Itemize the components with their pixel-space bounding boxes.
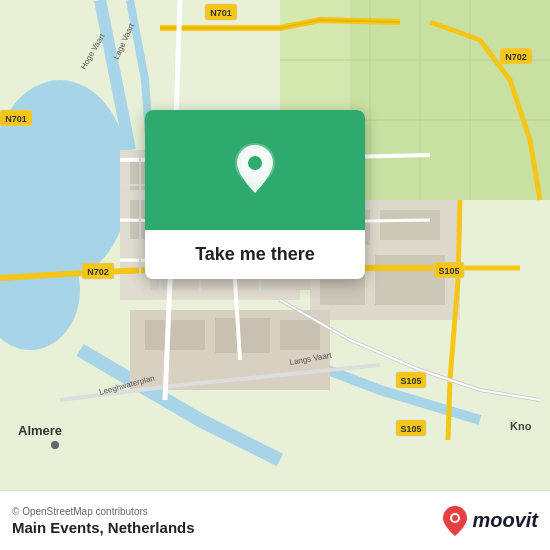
svg-text:N702: N702 [87, 267, 109, 277]
svg-rect-25 [145, 320, 205, 350]
take-me-there-button[interactable]: Take me there [145, 230, 365, 279]
svg-point-59 [248, 156, 262, 170]
svg-text:Kno: Kno [510, 420, 532, 432]
svg-text:Almere: Almere [18, 423, 62, 438]
copyright-text: © OpenStreetMap contributors [12, 506, 195, 517]
popup-green-header [145, 110, 365, 230]
location-popup[interactable]: Take me there [145, 110, 365, 279]
bottom-left-info: © OpenStreetMap contributors Main Events… [12, 506, 195, 536]
svg-text:S105: S105 [400, 376, 421, 386]
svg-text:N702: N702 [505, 52, 527, 62]
svg-rect-27 [280, 320, 320, 350]
svg-point-51 [51, 441, 59, 449]
moovit-brand-label: moovit [472, 509, 538, 532]
location-name: Main Events, Netherlands [12, 519, 195, 536]
moovit-logo: moovit [442, 505, 538, 537]
moovit-pin-icon [442, 505, 468, 537]
svg-text:S105: S105 [400, 424, 421, 434]
svg-text:S105: S105 [438, 266, 459, 276]
svg-text:N701: N701 [210, 8, 232, 18]
svg-text:N701: N701 [5, 114, 27, 124]
map-container: N701 N701 N702 N702 N702 S105 S105 S105 … [0, 0, 550, 490]
svg-rect-3 [0, 150, 30, 330]
bottom-bar: © OpenStreetMap contributors Main Events… [0, 490, 550, 550]
svg-point-61 [452, 515, 458, 521]
svg-rect-21 [380, 210, 440, 240]
svg-rect-26 [215, 318, 270, 353]
map-pin-icon [229, 141, 281, 199]
